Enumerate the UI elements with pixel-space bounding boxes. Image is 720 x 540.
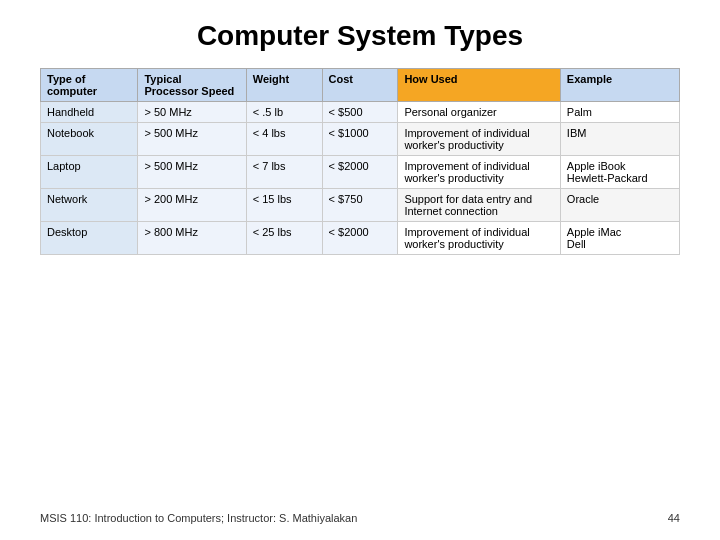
computer-types-table: Type ofcomputer TypicalProcessor Speed W…: [40, 68, 680, 255]
cell-example: Oracle: [560, 189, 679, 222]
cell-weight: < .5 lb: [246, 102, 322, 123]
cell-type: Notebook: [41, 123, 138, 156]
header-type: Type ofcomputer: [41, 69, 138, 102]
header-cost: Cost: [322, 69, 398, 102]
cell-cost: < $2000: [322, 222, 398, 255]
header-example: Example: [560, 69, 679, 102]
cell-weight: < 25 lbs: [246, 222, 322, 255]
cell-cost: < $1000: [322, 123, 398, 156]
table-body: Handheld> 50 MHz< .5 lb< $500Personal or…: [41, 102, 680, 255]
cell-how: Personal organizer: [398, 102, 560, 123]
header-proc: TypicalProcessor Speed: [138, 69, 246, 102]
cell-proc: > 200 MHz: [138, 189, 246, 222]
cell-type: Network: [41, 189, 138, 222]
cell-cost: < $2000: [322, 156, 398, 189]
cell-type: Handheld: [41, 102, 138, 123]
cell-how: Improvement of individual worker's produ…: [398, 123, 560, 156]
cell-example: Apple iBook Hewlett-Packard: [560, 156, 679, 189]
table-header-row: Type ofcomputer TypicalProcessor Speed W…: [41, 69, 680, 102]
cell-weight: < 15 lbs: [246, 189, 322, 222]
cell-how: Improvement of individual worker's produ…: [398, 156, 560, 189]
cell-how: Improvement of individual worker's produ…: [398, 222, 560, 255]
header-how: How Used: [398, 69, 560, 102]
cell-example: Palm: [560, 102, 679, 123]
slide-page: Computer System Types Type ofcomputer Ty…: [0, 0, 720, 540]
cell-proc: > 500 MHz: [138, 123, 246, 156]
cell-type: Desktop: [41, 222, 138, 255]
table-row: Handheld> 50 MHz< .5 lb< $500Personal or…: [41, 102, 680, 123]
cell-cost: < $750: [322, 189, 398, 222]
cell-example: IBM: [560, 123, 679, 156]
page-title: Computer System Types: [40, 20, 680, 52]
table-row: Laptop> 500 MHz< 7 lbs< $2000Improvement…: [41, 156, 680, 189]
footer: MSIS 110: Introduction to Computers; Ins…: [0, 512, 720, 524]
table-row: Desktop> 800 MHz< 25 lbs< $2000Improveme…: [41, 222, 680, 255]
cell-example: Apple iMac Dell: [560, 222, 679, 255]
table-row: Notebook> 500 MHz< 4 lbs< $1000Improveme…: [41, 123, 680, 156]
cell-proc: > 800 MHz: [138, 222, 246, 255]
cell-proc: > 500 MHz: [138, 156, 246, 189]
cell-how: Support for data entry and Internet conn…: [398, 189, 560, 222]
footer-left: MSIS 110: Introduction to Computers; Ins…: [40, 512, 357, 524]
cell-weight: < 4 lbs: [246, 123, 322, 156]
footer-page-number: 44: [668, 512, 680, 524]
cell-proc: > 50 MHz: [138, 102, 246, 123]
table-row: Network> 200 MHz< 15 lbs< $750Support fo…: [41, 189, 680, 222]
cell-cost: < $500: [322, 102, 398, 123]
cell-weight: < 7 lbs: [246, 156, 322, 189]
cell-type: Laptop: [41, 156, 138, 189]
header-weight: Weight: [246, 69, 322, 102]
